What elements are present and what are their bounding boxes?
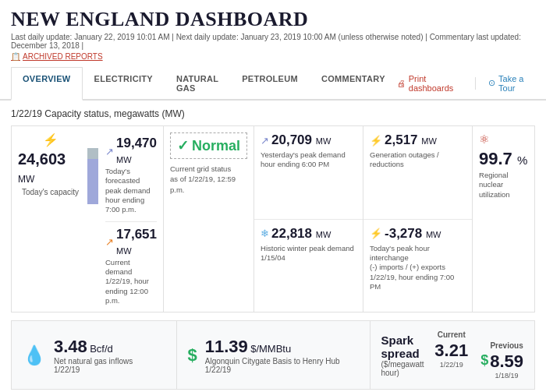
- capacity-bar-forecasted: [87, 159, 98, 204]
- archived-reports-label[interactable]: ARCHIVED REPORTS: [23, 52, 103, 61]
- forecasted-header: ↗ 19,470 MW: [105, 136, 157, 167]
- peak-cards: ↗ 20,709 MW Yesterday's peak demand hour…: [254, 126, 363, 312]
- current-demand-header: ↗ 17,651 MW: [105, 227, 157, 258]
- gas-inflows-value-row: 3.48 Bcf/d: [54, 337, 133, 357]
- forecasted-sub-card: ↗ 19,470 MW Today's forecasted peak dema…: [105, 132, 157, 222]
- nuclear-header: ⚛: [479, 132, 528, 147]
- generation-outages-label: Generation outages / reductions: [370, 150, 466, 170]
- capacity-card-inner: ⚡ 24,603 MW Today's capacity: [18, 132, 157, 305]
- interchange-label-text: Today's peak hour interchange: [370, 244, 430, 262]
- capacity-unit: MW: [18, 174, 34, 185]
- winter-peak-value: 22,818 MW: [271, 226, 331, 242]
- spark-current-label: Current: [434, 330, 468, 339]
- interchange-number: -3,278: [385, 226, 422, 241]
- nav-actions: 🖨 Print dashboards ⊙ Take a Tour: [397, 74, 535, 93]
- outage-icon: ⚡: [370, 135, 382, 147]
- archived-reports-link[interactable]: 📋 ARCHIVED REPORTS: [11, 52, 535, 61]
- arrow-peak-icon: ↗: [261, 135, 269, 147]
- gas-inflows-date: 1/22/19: [54, 366, 133, 374]
- nav-bar: OVERVIEW ELECTRICITY NATURAL GAS PETROLE…: [0, 67, 546, 101]
- spark-previous-label: Previous: [490, 341, 523, 350]
- spark-values: Current 3.21 1/22/19 $ Previous 8.59 1/1…: [434, 330, 523, 380]
- forecasted-number: 19,470: [116, 136, 157, 150]
- atom-icon: ⚛: [479, 132, 489, 147]
- print-label: Print dashboards: [409, 74, 463, 93]
- spark-current-value: 3.21: [434, 341, 468, 361]
- grid-status-row: ✓ Normal: [177, 137, 240, 154]
- winter-peak-unit: MW: [316, 230, 332, 239]
- spark-spread-card: Spark spread ($/megawatt hour) Current 3…: [370, 321, 535, 389]
- dollar-icon: $: [188, 345, 197, 366]
- bottom-section: 💧 3.48 Bcf/d Net natural gas inflows 1/2…: [11, 320, 535, 390]
- tab-overview[interactable]: OVERVIEW: [11, 67, 83, 101]
- tab-petroleum[interactable]: PETROLEUM: [230, 67, 310, 99]
- interchange-card: ⚡ -3,278 MW Today's peak hour interchang…: [363, 220, 472, 313]
- grid-status-value: Normal: [192, 138, 240, 154]
- basis-value: 11.39: [205, 337, 248, 356]
- outage-interchange-cards: ⚡ 2,517 MW Generation outages / reductio…: [363, 126, 473, 312]
- winter-peak-card: ❄ 22,818 MW Historic winter peak demand …: [254, 220, 363, 313]
- print-dashboards-button[interactable]: 🖨 Print dashboards: [397, 74, 463, 93]
- check-icon: ✓: [177, 137, 189, 154]
- grid-status-sublabel: as of 1/22/19, 12:59 p.m.: [170, 175, 236, 193]
- current-demand-sub-card: ↗ 17,651 MW Current demand 1/22/19, hour…: [105, 222, 157, 306]
- spark-current: Current 3.21 1/22/19: [434, 330, 468, 369]
- tour-icon: ⊙: [488, 78, 495, 88]
- spark-current-date: 1/22/19: [434, 361, 468, 369]
- yesterday-peak-header: ↗ 20,709 MW: [261, 132, 356, 148]
- basis-date: 1/22/19: [205, 366, 340, 374]
- gas-inflows-info: 3.48 Bcf/d Net natural gas inflows 1/22/…: [54, 337, 133, 374]
- winter-peak-number: 22,818: [271, 226, 312, 241]
- yesterday-peak-unit: MW: [316, 136, 332, 146]
- gas-icon: 💧: [23, 344, 46, 366]
- tour-label: Take a Tour: [498, 74, 535, 93]
- interchange-date: 1/22/19, hour ending 7:00 PM: [370, 273, 454, 291]
- capacity-card: ⚡ 24,603 MW Today's capacity: [12, 126, 164, 312]
- current-demand-sublabel: 1/22/19, hour ending 12:00 p.m.: [105, 277, 149, 305]
- tab-electricity[interactable]: ELECTRICITY: [83, 67, 165, 99]
- forecasted-sublabel: hour ending 7:00 p.m.: [105, 196, 144, 214]
- gen-outage-number: 2,517: [385, 132, 418, 147]
- capacity-label: Today's capacity: [22, 188, 79, 196]
- interchange-icon: ⚡: [370, 228, 382, 239]
- tab-commentary[interactable]: COMMENTARY: [310, 67, 397, 99]
- header-meta: Last daily update: January 22, 2019 10:0…: [11, 33, 535, 50]
- take-tour-button[interactable]: ⊙ Take a Tour: [488, 74, 535, 93]
- dashboard-grid: ⚡ 24,603 MW Today's capacity: [11, 125, 535, 313]
- gas-inflows-label: Net natural gas inflows: [54, 357, 133, 366]
- capacity-value: 24,603 MW: [18, 150, 83, 186]
- print-icon: 🖨: [397, 79, 406, 88]
- generation-outages-header: ⚡ 2,517 MW: [370, 132, 466, 148]
- gas-inflows-card: 💧 3.48 Bcf/d Net natural gas inflows 1/2…: [12, 321, 177, 389]
- generation-outages-value: 2,517 MW: [385, 132, 437, 148]
- nuclear-card: ⚛ 99.7 % Regional nuclear utilization: [473, 126, 534, 312]
- grid-status-box: ✓ Normal: [170, 132, 247, 159]
- interchange-label: Today's peak hour interchange (-) import…: [370, 244, 466, 292]
- nav-divider: [475, 77, 476, 90]
- capacity-bar-area: ⚡ 24,603 MW Today's capacity: [18, 132, 83, 196]
- spark-previous: Previous 8.59 1/18/19: [490, 341, 523, 380]
- gas-inflows-value: 3.48: [54, 337, 87, 356]
- nuclear-unit: %: [517, 154, 527, 167]
- current-demand-number: 17,651: [116, 227, 157, 242]
- winter-peak-label-text: Historic winter peak demand: [261, 244, 354, 253]
- arrow-up2-icon: ↗: [105, 236, 114, 248]
- yesterday-peak-card: ↗ 20,709 MW Yesterday's peak demand hour…: [254, 126, 363, 220]
- grid-status-inner: ✓ Normal Current grid status as of 1/22/…: [170, 132, 247, 305]
- basis-info: 11.39 $/MMBtu Algonquin Citygate Basis t…: [205, 337, 340, 374]
- tab-natural-gas[interactable]: NATURAL GAS: [165, 67, 230, 99]
- forecasted-label: Today's forecasted peak demand hour endi…: [105, 167, 157, 215]
- gen-outage-unit: MW: [421, 136, 437, 146]
- nav-tabs: OVERVIEW ELECTRICITY NATURAL GAS PETROLE…: [11, 67, 397, 99]
- basis-label: Algonquin Citygate Basis to Henry Hub: [205, 357, 340, 366]
- winter-peak-header: ❄ 22,818 MW: [261, 226, 356, 242]
- winter-peak-label: Historic winter peak demand 1/15/04: [261, 244, 356, 263]
- current-demand-unit: MW: [116, 246, 132, 256]
- basis-unit: $/MMBtu: [250, 343, 291, 355]
- current-demand-label: Current demand 1/22/19, hour ending 12:0…: [105, 258, 157, 306]
- generation-outages-card: ⚡ 2,517 MW Generation outages / reductio…: [363, 126, 472, 220]
- snowflake-icon: ❄: [261, 228, 269, 239]
- grid-status-label: Current grid status as of 1/22/19, 12:59…: [170, 164, 247, 195]
- capacity-number: 24,603: [18, 150, 66, 168]
- capacity-bar: [87, 134, 101, 204]
